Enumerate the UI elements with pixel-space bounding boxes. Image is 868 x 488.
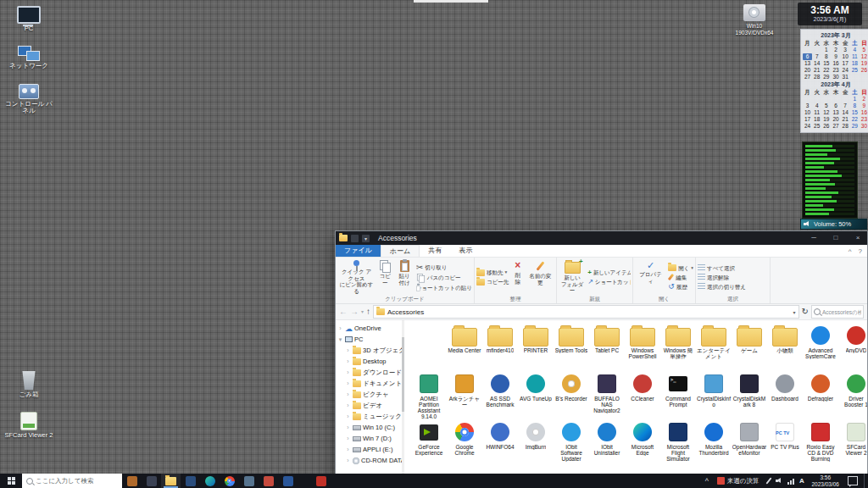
taskbar-clock[interactable]: 3:56 2023/03/06 <box>807 474 843 487</box>
file-item[interactable]: Advanced SystemCare <box>803 324 838 372</box>
desktop-icon-network[interactable]: ネットワーク <box>2 44 56 69</box>
file-item[interactable]: Driver Booster 1 <box>838 372 867 420</box>
calendar-day[interactable]: 18 <box>850 60 860 67</box>
new-item-button[interactable]: + 新しいアイテム ▾ <box>587 269 631 276</box>
delete-button[interactable]: × 削除 <box>511 259 525 295</box>
file-item[interactable]: エンターテイメント <box>696 324 732 372</box>
sidebar-item[interactable]: ›APPLI (E:) <box>336 444 402 455</box>
file-item[interactable]: AS SSD Benchmark <box>482 372 518 420</box>
pin-to-quick-access-button[interactable]: クイック アクセス にピン留めする <box>337 259 376 295</box>
calendar-day[interactable]: 6 <box>803 53 812 60</box>
paste-button[interactable]: 貼り付け <box>395 259 415 295</box>
calendar-day[interactable]: 24 <box>841 67 850 74</box>
calendar-day[interactable]: 30 <box>860 123 868 130</box>
open-button[interactable]: 開く ▾ <box>668 264 693 272</box>
calendar-day[interactable]: 19 <box>860 60 868 67</box>
calendar-day[interactable]: 5 <box>821 103 831 109</box>
rename-button[interactable]: 名前の変更 <box>526 259 554 295</box>
title-bar[interactable]: ▾ Accessories ─ □ × <box>336 231 867 245</box>
file-item[interactable]: mfinder410 <box>482 324 518 372</box>
calendar-day[interactable]: 1 <box>850 96 860 103</box>
file-item[interactable]: Windows PowerShell <box>625 324 660 372</box>
calendar-day[interactable]: 25 <box>812 123 821 130</box>
file-item[interactable]: B's Recorder <box>554 372 589 420</box>
chevron-icon[interactable]: › <box>345 347 351 353</box>
ribbon-collapse-icon[interactable]: ^ <box>849 247 852 255</box>
calendar-day[interactable] <box>821 96 831 103</box>
address-dropdown-icon[interactable]: ▾ <box>793 309 796 315</box>
calendar-day[interactable] <box>812 47 821 53</box>
sidebar-item[interactable]: ›ビデオ <box>336 400 402 411</box>
calendar-day[interactable]: 22 <box>821 67 831 74</box>
file-item[interactable]: ゲーム <box>732 324 767 372</box>
taskbar-app1-icon[interactable] <box>142 474 161 488</box>
taskbar-game-icon[interactable] <box>122 474 142 488</box>
file-item[interactable]: GeForce Experience <box>411 420 447 469</box>
file-item[interactable]: Dashboard <box>767 372 803 420</box>
calendar-day[interactable]: 26 <box>821 123 831 130</box>
desktop-icon-control-panel[interactable]: コントロール パネル <box>2 81 56 114</box>
calendar-day[interactable]: 31 <box>841 74 850 80</box>
sidebar-item[interactable]: ›Win 7 (D:) <box>336 433 402 444</box>
chevron-icon[interactable]: › <box>345 391 351 397</box>
copy-button[interactable]: コピー <box>377 259 393 295</box>
file-item[interactable]: Microsoft Flight Simulator <box>660 420 696 469</box>
calendar-day[interactable]: 23 <box>860 116 868 123</box>
taskbar-media-icon[interactable] <box>311 474 331 488</box>
copy-to-button[interactable]: コピー先 ▾ <box>476 278 509 286</box>
file-item[interactable]: AOMEI Partition Assistant 9.14.0 <box>411 372 447 420</box>
calendar-day[interactable] <box>841 96 850 103</box>
chevron-icon[interactable]: › <box>345 402 351 408</box>
calendar-day[interactable]: 15 <box>850 109 860 116</box>
calendar-day[interactable]: 29 <box>821 74 831 80</box>
calendar-day[interactable]: 10 <box>841 53 850 60</box>
forward-button[interactable]: → <box>350 304 359 319</box>
calendar-day[interactable]: 12 <box>860 53 868 60</box>
calendar-day[interactable] <box>803 96 812 103</box>
file-item[interactable]: OpenHardwareMonitor <box>732 420 767 469</box>
shortcut-button[interactable]: ↗ ショートカット ▾ <box>587 278 631 286</box>
calendar-day[interactable]: 20 <box>831 116 840 123</box>
news-ticker[interactable]: 来週の決算 <box>713 477 764 485</box>
sidebar-item[interactable]: ›ミュージック <box>336 411 402 422</box>
sidebar-item[interactable]: ▾PC <box>336 334 402 345</box>
pen-icon[interactable] <box>763 477 774 485</box>
calendar-day[interactable]: 5 <box>860 47 868 53</box>
calendar-day[interactable]: 23 <box>831 67 840 74</box>
calendar-day[interactable]: 12 <box>821 109 831 116</box>
calendar-day[interactable]: 18 <box>812 116 821 123</box>
action-center-icon[interactable] <box>848 476 858 485</box>
calendar-day[interactable]: 16 <box>831 60 840 67</box>
calendar-day[interactable]: 29 <box>850 123 860 130</box>
calendar-day[interactable]: 2 <box>831 47 840 53</box>
search-input[interactable] <box>822 309 861 315</box>
sidebar-item[interactable]: ›CD-ROM DATA (F:) <box>336 455 402 466</box>
calendar-day[interactable] <box>860 74 868 80</box>
taskbar-search-input[interactable] <box>36 477 118 485</box>
file-item[interactable]: AnyDVD <box>838 324 867 372</box>
calendar-day[interactable]: 13 <box>831 109 840 116</box>
calendar-day[interactable]: 28 <box>841 123 850 130</box>
taskbar-app3-icon[interactable] <box>239 474 259 488</box>
calendar-day[interactable]: 1 <box>821 47 831 53</box>
minimize-button[interactable]: ─ <box>804 231 823 245</box>
file-item[interactable]: HWiNFO64 <box>482 420 518 469</box>
file-item[interactable]: Tablet PC <box>589 324 625 372</box>
sidebar-item[interactable]: ›3D オブジェクト <box>336 345 402 356</box>
desktop-icon-dvd[interactable]: Win10 1903V/DVDx64 <box>731 3 778 36</box>
file-item[interactable]: Arkランチャー <box>447 372 482 420</box>
select-none-button[interactable]: 選択解除 <box>698 274 746 281</box>
file-item[interactable]: Microsoft Edge <box>625 420 660 469</box>
calendar-day[interactable]: 13 <box>803 60 812 67</box>
properties-button[interactable]: ✓ プロパティ <box>635 259 666 295</box>
calendar-day[interactable]: 16 <box>860 109 868 116</box>
history-button[interactable]: ↺ 履歴 <box>668 283 693 291</box>
chevron-icon[interactable]: › <box>345 446 351 452</box>
calendar-day[interactable]: 27 <box>803 74 812 80</box>
maximize-button[interactable]: □ <box>826 231 845 245</box>
calendar-day[interactable]: 4 <box>850 47 860 53</box>
calendar-day[interactable] <box>831 96 840 103</box>
file-item[interactable]: AVG TuneUp <box>518 372 554 420</box>
file-item[interactable]: >_Command Prompt <box>660 372 696 420</box>
file-item[interactable]: SFCard Viewer 2 <box>838 420 867 469</box>
